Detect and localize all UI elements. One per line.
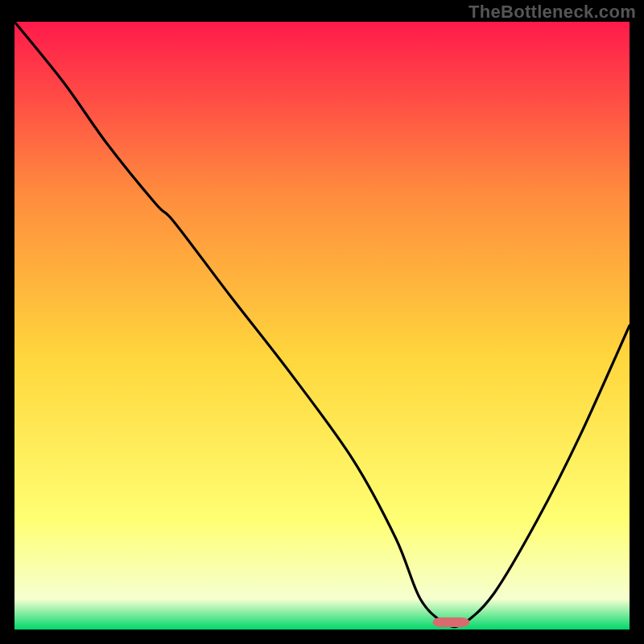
optimal-marker — [433, 617, 470, 627]
plot-svg — [14, 22, 630, 630]
app-frame: TheBottleneck.com — [0, 0, 644, 644]
bottleneck-plot — [14, 22, 630, 630]
watermark-text: TheBottleneck.com — [469, 2, 636, 23]
plot-background — [14, 22, 630, 630]
